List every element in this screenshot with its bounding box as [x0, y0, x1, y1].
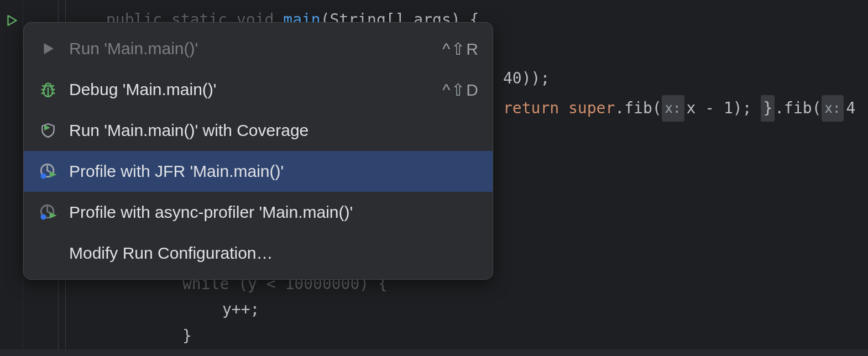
menu-item-debug[interactable]: Debug 'Main.main()' ^⇧D	[24, 69, 493, 110]
svg-point-15	[41, 174, 46, 179]
code-line-3: return super.fib(x:x - 1); }.fib(x:4	[503, 95, 855, 122]
run-gutter-icon[interactable]	[3, 12, 20, 29]
svg-point-20	[41, 214, 46, 220]
menu-item-profile-jfr[interactable]: Profile with JFR 'Main.main()'	[24, 151, 493, 192]
menu-item-profile-async[interactable]: Profile with async-profiler 'Main.main()…	[24, 192, 493, 233]
code-line-2: 40));	[503, 65, 550, 92]
shield-play-icon	[37, 119, 59, 142]
empty-icon	[37, 242, 59, 264]
menu-item-run[interactable]: Run 'Main.main()' ^⇧R	[24, 28, 493, 69]
svg-line-5	[42, 93, 44, 93]
menu-item-coverage[interactable]: Run 'Main.main()' with Coverage	[24, 110, 493, 151]
shortcut-label: ^⇧D	[442, 80, 479, 100]
shortcut-label: ^⇧R	[442, 39, 479, 59]
menu-item-modify-config[interactable]: Modify Run Configuration…	[24, 233, 493, 274]
editor-gutter	[0, 0, 23, 356]
code-line-5: y++;	[222, 296, 259, 323]
code-line-6: }	[182, 323, 192, 349]
param-hint: x:	[822, 95, 844, 122]
menu-label: Run 'Main.main()'	[69, 39, 442, 58]
profiler-jfr-icon	[37, 160, 59, 182]
svg-marker-0	[8, 15, 17, 25]
svg-line-6	[52, 93, 54, 93]
svg-marker-10	[45, 125, 49, 129]
param-hint: x:	[662, 95, 684, 122]
bug-icon	[37, 78, 59, 101]
menu-label: Profile with async-profiler 'Main.main()…	[69, 203, 479, 222]
menu-label: Modify Run Configuration…	[69, 244, 479, 263]
svg-marker-1	[44, 43, 54, 54]
menu-label: Run 'Main.main()' with Coverage	[69, 121, 479, 140]
menu-label: Debug 'Main.main()'	[69, 80, 442, 99]
menu-label: Profile with JFR 'Main.main()'	[69, 162, 479, 181]
play-icon	[37, 38, 59, 60]
profiler-async-icon	[37, 201, 59, 223]
run-context-menu: Run 'Main.main()' ^⇧R Debug 'Main.main()…	[23, 22, 493, 280]
